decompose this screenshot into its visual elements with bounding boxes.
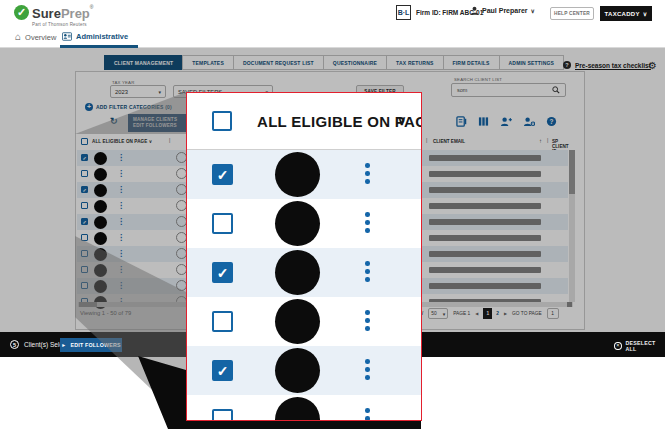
home-icon: ⌂	[15, 32, 21, 42]
redacted-client-avatar	[275, 201, 320, 246]
row-menu-icon[interactable]	[365, 163, 370, 184]
nav-administrative-label: Administrative	[76, 32, 128, 41]
callout-row	[187, 395, 421, 421]
deselect-all-button[interactable]: × DESELECT ALL	[614, 340, 665, 352]
arrow-right-icon: ►	[61, 342, 66, 348]
callout-row: ✓	[187, 346, 421, 395]
callout-row-checkbox[interactable]	[212, 213, 233, 234]
nav-item-overview[interactable]: ⌂ Overview	[15, 32, 56, 42]
user-icon	[470, 6, 479, 15]
logo-registered-mark: ®	[90, 4, 94, 10]
callout-caret-icon[interactable]: ∨	[397, 113, 407, 128]
callout-rows: ✓✓✓	[187, 150, 421, 421]
callout-row-checkbox[interactable]	[212, 311, 233, 332]
deselect-x-icon: ×	[614, 342, 622, 350]
taxcaddy-caret-icon: ∨	[643, 10, 648, 17]
callout-row-checkbox[interactable]: ✓	[212, 164, 233, 185]
sureprep-app: ✓ SurePrep® Part of Thomson Reuters B·L …	[0, 0, 665, 435]
bl-logo: B·L	[396, 5, 411, 20]
row-menu-icon[interactable]	[365, 310, 370, 331]
app-header: ✓ SurePrep® Part of Thomson Reuters B·L …	[0, 0, 665, 28]
callout-header: ALL ELIGIBLE ON PAGE ∨	[187, 93, 421, 150]
user-caret-icon: ∨	[531, 7, 535, 14]
redacted-client-avatar	[275, 299, 320, 344]
user-menu[interactable]: Paul Preparer ∨	[470, 6, 535, 15]
redacted-client-avatar	[275, 348, 320, 393]
logo-tagline: Part of Thomson Reuters	[32, 22, 94, 27]
callout-row: ✓	[187, 248, 421, 297]
row-menu-icon[interactable]	[365, 212, 370, 233]
help-center-button[interactable]: HELP CENTER	[550, 7, 594, 20]
redacted-client-avatar	[275, 152, 320, 197]
taxcaddy-button[interactable]: TAXCADDY ∨	[600, 6, 652, 21]
zoom-callout: ALL ELIGIBLE ON PAGE ∨ ✓✓✓	[186, 92, 422, 421]
nav-item-administrative[interactable]: Administrative	[62, 32, 128, 41]
sureprep-logo: ✓ SurePrep® Part of Thomson Reuters	[14, 4, 94, 27]
callout-select-all-checkbox[interactable]	[212, 111, 232, 131]
taxcaddy-label: TAXCADDY	[605, 11, 640, 17]
deselect-all-label: DESELECT ALL	[626, 340, 665, 352]
callout-row-checkbox[interactable]: ✓	[212, 360, 233, 381]
logo-text-prep: Prep	[61, 6, 90, 21]
callout-row-checkbox[interactable]: ✓	[212, 262, 233, 283]
redacted-client-avatar	[275, 250, 320, 295]
redacted-client-avatar	[275, 397, 320, 421]
selected-count-badge: 5	[10, 340, 19, 349]
sureprep-check-icon: ✓	[14, 5, 29, 20]
callout-row: ✓	[187, 150, 421, 199]
callout-row-checkbox[interactable]	[212, 409, 233, 421]
callout-row	[187, 297, 421, 346]
row-menu-icon[interactable]	[365, 408, 370, 421]
row-menu-icon[interactable]	[365, 359, 370, 380]
nav-overview-label: Overview	[25, 33, 56, 42]
logo-text-sure: Sure	[32, 6, 61, 21]
user-name: Paul Preparer	[482, 7, 528, 14]
callout-row	[187, 199, 421, 248]
row-menu-icon[interactable]	[365, 261, 370, 282]
admin-badge-icon	[62, 32, 72, 41]
